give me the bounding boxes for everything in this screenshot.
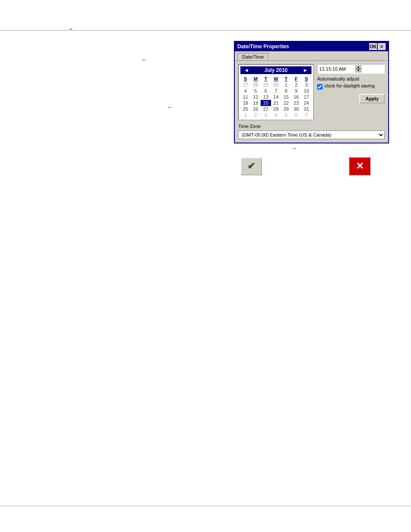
- calendar-day[interactable]: 5: [251, 88, 261, 94]
- daylight-checkbox-label: clock for daylight saving: [324, 83, 375, 88]
- calendar-day[interactable]: 1: [240, 112, 251, 118]
- dialog-close-button[interactable]: ×: [378, 43, 386, 50]
- calendar-day[interactable]: 10: [301, 88, 311, 94]
- day-header-sat: S: [301, 76, 311, 82]
- calendar-day[interactable]: 27: [240, 82, 251, 88]
- calendar-day[interactable]: 30: [291, 106, 302, 112]
- calendar-week-row: 11121314151617: [240, 94, 311, 100]
- calendar-week-row: 1234567: [240, 112, 311, 118]
- minus-decoration-1: –: [69, 25, 72, 32]
- time-spinner: ▲ ▼: [355, 65, 361, 72]
- calendar-day[interactable]: 5: [281, 112, 291, 118]
- datetime-properties-dialog: Date/Time Properties OK × Date/Time ◄ Ju…: [234, 41, 389, 143]
- calendar-day[interactable]: 6: [291, 112, 302, 118]
- next-month-button[interactable]: ►: [301, 67, 310, 73]
- calendar-day[interactable]: 12: [251, 94, 261, 100]
- calendar-day[interactable]: 26: [251, 106, 261, 112]
- calendar-day[interactable]: 18: [240, 100, 251, 106]
- calendar-day[interactable]: 6: [261, 88, 271, 94]
- calendar-grid: S M T W T F S 27282930123456789101112131…: [240, 76, 311, 118]
- minus-decoration-4: –: [293, 144, 296, 151]
- calendar-day[interactable]: 3: [261, 112, 271, 118]
- x-icon: ✕: [356, 161, 364, 172]
- day-header-mon: M: [251, 76, 261, 82]
- confirm-button[interactable]: ✔: [240, 157, 262, 175]
- time-down-button[interactable]: ▼: [355, 69, 361, 72]
- calendar-week-row: 25262728293031: [240, 106, 311, 112]
- time-input[interactable]: [319, 66, 354, 72]
- calendar-day[interactable]: 21: [271, 100, 281, 106]
- calendar-day[interactable]: 25: [240, 106, 251, 112]
- daylight-checkbox[interactable]: [317, 84, 323, 90]
- calendar-day[interactable]: 31: [301, 106, 311, 112]
- calendar-day[interactable]: 28: [251, 82, 261, 88]
- timezone-section: Time Zone (GMT-05:00) Eastern Time (US &…: [235, 124, 388, 143]
- calendar-day[interactable]: 24: [301, 100, 311, 106]
- calendar-day[interactable]: 2: [251, 112, 261, 118]
- calendar-day[interactable]: 20: [261, 100, 271, 106]
- right-section: ▲ ▼ Automatically adjust clock for dayli…: [317, 64, 385, 120]
- calendar-day[interactable]: 13: [261, 94, 271, 100]
- calendar-header: ◄ July 2010 ►: [240, 66, 311, 74]
- dialog-body: ◄ July 2010 ► S M T W T F S 2: [235, 61, 388, 124]
- auto-adjust-label: Automatically adjust: [317, 76, 385, 81]
- calendar-day[interactable]: 29: [281, 106, 291, 112]
- calendar-week-row: 27282930123: [240, 82, 311, 88]
- calendar-day[interactable]: 14: [271, 94, 281, 100]
- prev-month-button[interactable]: ◄: [242, 67, 251, 73]
- calendar-day[interactable]: 28: [271, 106, 281, 112]
- calendar-day[interactable]: 4: [271, 112, 281, 118]
- timezone-select[interactable]: (GMT-05:00) Eastern Time (US & Canada): [238, 131, 385, 139]
- time-input-row: ▲ ▼: [317, 64, 385, 74]
- day-header-tue: T: [261, 76, 271, 82]
- day-header-sun: S: [240, 76, 251, 82]
- calendar-day[interactable]: 1: [281, 82, 291, 88]
- dialog-title-bar: Date/Time Properties OK ×: [235, 42, 388, 51]
- checkmark-icon: ✔: [247, 161, 255, 172]
- calendar-day[interactable]: 3: [301, 82, 311, 88]
- calendar-day[interactable]: 2: [291, 82, 302, 88]
- dialog-title-buttons: OK ×: [369, 43, 386, 50]
- top-divider: [0, 30, 411, 31]
- cancel-button[interactable]: ✕: [349, 157, 371, 175]
- calendar-day[interactable]: 19: [251, 100, 261, 106]
- calendar-day[interactable]: 16: [291, 94, 302, 100]
- dialog-title-text: Date/Time Properties: [237, 44, 369, 50]
- tab-datetime[interactable]: Date/Time: [237, 53, 268, 60]
- dialog-tab-bar: Date/Time: [235, 51, 388, 61]
- month-year-label: July 2010: [264, 67, 287, 73]
- calendar-week-row: 45678910: [240, 88, 311, 94]
- calendar-body: 2728293012345678910111213141516171819202…: [240, 82, 311, 118]
- calendar-week-row: 18192021222324: [240, 100, 311, 106]
- calendar-day[interactable]: 8: [281, 88, 291, 94]
- daylight-checkbox-row: clock for daylight saving: [317, 83, 385, 90]
- minus-decoration-2: –: [142, 56, 146, 63]
- calendar-day[interactable]: 11: [240, 94, 251, 100]
- calendar-day[interactable]: 7: [301, 112, 311, 118]
- timezone-select-row: (GMT-05:00) Eastern Time (US & Canada): [238, 131, 385, 139]
- dialog-ok-button[interactable]: OK: [369, 43, 377, 50]
- calendar-day[interactable]: 17: [301, 94, 311, 100]
- minus-decoration-3: –: [168, 103, 171, 110]
- calendar-day[interactable]: 9: [291, 88, 302, 94]
- timezone-label: Time Zone: [238, 124, 385, 129]
- day-header-wed: W: [271, 76, 281, 82]
- calendar-header-row: S M T W T F S: [240, 76, 311, 82]
- calendar-day[interactable]: 27: [261, 106, 271, 112]
- calendar-day[interactable]: 22: [281, 100, 291, 106]
- day-header-thu: T: [281, 76, 291, 82]
- daylight-section: Automatically adjust clock for daylight …: [317, 76, 385, 90]
- calendar-day[interactable]: 15: [281, 94, 291, 100]
- day-header-fri: F: [291, 76, 302, 82]
- calendar-section: ◄ July 2010 ► S M T W T F S 2: [238, 64, 314, 120]
- calendar-day[interactable]: 30: [271, 82, 281, 88]
- calendar-day[interactable]: 29: [261, 82, 271, 88]
- apply-button[interactable]: Apply: [359, 94, 385, 103]
- calendar-day[interactable]: 23: [291, 100, 302, 106]
- calendar-day[interactable]: 4: [240, 88, 251, 94]
- bottom-divider: [0, 506, 411, 506]
- calendar-day[interactable]: 7: [271, 88, 281, 94]
